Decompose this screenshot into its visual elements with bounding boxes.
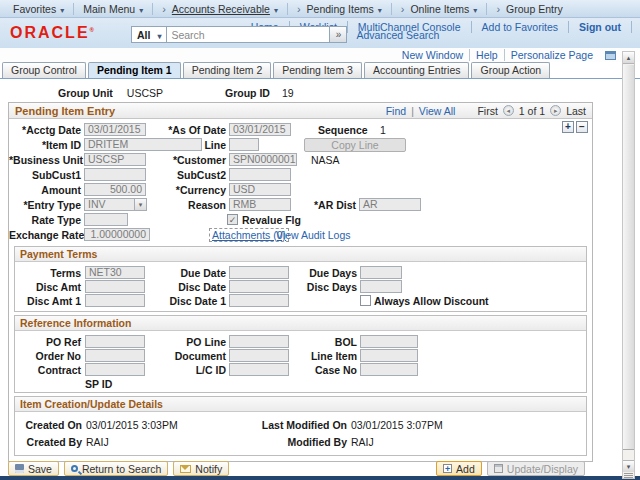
breadcrumb-separator-icon [496,3,502,15]
always-allow-discount-checkbox[interactable] [360,295,371,306]
row-order: Order No Document Line Item [15,349,586,363]
tab-group-action[interactable]: Group Action [471,62,550,78]
exchange-rate-field: 1.00000000 [84,228,150,241]
group-info-row: Group Unit USCSP Group ID 19 [0,79,640,102]
sequence-label: Sequence [318,124,360,137]
disc-amt-label: Disc Amt [15,281,81,294]
pending-item-entry-body: *Acctg Date 03/01/2015 *As Of Date 03/01… [9,119,592,461]
scrollbar-grip[interactable] [624,472,633,478]
update-display-icon [494,464,503,473]
search-scope-dropdown[interactable]: All [131,26,167,43]
rate-type-label: Rate Type [9,214,81,227]
disc-days-field [360,280,402,293]
sp-id-label: SP ID [85,378,145,391]
breadcrumb-accounts-receivable[interactable]: Accounts Receivable [153,3,288,15]
update-display-button: Update/Display [487,461,585,476]
sign-out-link[interactable]: Sign out [569,21,632,33]
next-row-icon[interactable] [550,105,561,116]
order-no-label: Order No [15,350,81,363]
personalize-page-link[interactable]: Personalize Page [505,49,599,61]
group-unit-label: Group Unit [58,87,113,99]
new-window-link[interactable]: New Window [396,49,470,61]
tab-pending-item-3[interactable]: Pending Item 3 [273,62,362,78]
breadcrumb-pending-items[interactable]: Pending Items [288,3,392,15]
tab-pending-item-2[interactable]: Pending Item 2 [183,62,272,78]
revalue-flg-checkbox [227,214,238,225]
created-by-value: RAIJ [86,436,109,449]
customer-field: SPN0000001 [229,153,297,166]
row-navigation: Find | View All First 1 of 1 Last [386,105,586,117]
scroll-down-icon[interactable] [623,460,634,472]
save-button[interactable]: Save [8,461,59,476]
business-unit-label: *Business Unit [9,154,81,167]
row-amount: Amount 500.00 *Currency USD [9,183,592,198]
breadcrumb-main-menu[interactable]: Main Menu [74,3,153,15]
search-go-button[interactable] [330,26,347,43]
row-business-unit: *Business Unit USCSP *Customer SPN000000… [9,153,592,168]
bottom-edge-bar [0,476,640,480]
first-label[interactable]: First [477,105,497,117]
row-disc1: Disc Amt 1 Disc Date 1 Always Allow Disc… [15,294,586,308]
row-contract: Contract L/C ID Case No [15,363,586,377]
group-unit-value: USCSP [127,87,163,99]
row-acctg-date: *Acctg Date 03/01/2015 *As Of Date 03/01… [9,123,592,138]
view-all-link[interactable]: View All [419,105,456,117]
revalue-flg-label: Revalue Flg [242,214,312,227]
previous-row-icon[interactable] [503,105,514,116]
magnifier-icon [71,465,78,472]
subcust2-label: SubCust2 [109,169,226,182]
add-to-favorites-link[interactable]: Add to Favorites [472,21,569,33]
bol-field [360,335,418,348]
row-item-id: *Item ID DRITEM Line Copy Line [9,138,592,153]
document-label: Document [130,350,226,363]
http-window-icon[interactable] [605,51,616,60]
customer-name: NASA [311,154,340,167]
bol-label: BOL [265,336,357,349]
scrollbar-thumb[interactable] [623,65,634,450]
customer-label: *Customer [109,154,226,167]
modified-by-label: Modified By [255,436,347,449]
scroll-up-icon[interactable] [623,52,634,64]
disc-amt-1-label: Disc Amt 1 [15,295,81,308]
po-line-label: PO Line [130,336,226,349]
find-link[interactable]: Find [386,105,406,117]
help-link[interactable]: Help [470,49,505,61]
breadcrumb-favorites[interactable]: Favorites [4,3,74,15]
vertical-scrollbar[interactable] [622,51,635,479]
contract-label: Contract [15,364,81,377]
peoplesoft-group-entry-page: Favorites Main Menu Accounts Receivable … [0,0,640,480]
save-disk-icon [15,464,24,473]
reference-information-title: Reference Information [15,316,586,331]
terms-label: Terms [15,267,81,280]
notify-button[interactable]: Notify [173,461,229,476]
po-ref-label: PO Ref [15,336,81,349]
breadcrumb-online-items[interactable]: Online Items [392,3,488,15]
page-bar: New Window Help Personalize Page [0,48,640,62]
add-button[interactable]: Add [436,461,482,476]
item-details-title: Item Creation/Update Details [15,397,586,412]
tab-accounting-entries[interactable]: Accounting Entries [364,62,470,78]
return-to-search-button[interactable]: Return to Search [64,461,168,476]
line-label: Line [109,139,226,152]
tab-group-control[interactable]: Group Control [2,62,86,78]
search-input[interactable] [167,26,330,43]
row-created-on: Created On 03/01/2015 3:03PM Last Modifi… [15,418,586,435]
row-created-by: Created By RAIJ Modified By RAIJ [15,435,586,452]
page-toolbar: Save Return to Search Notify Add Update/… [0,461,620,476]
advanced-search-link[interactable]: Advanced Search [356,29,439,41]
divider: | [411,105,414,117]
always-allow-discount-label: Always Allow Discount [374,295,494,308]
line-field [229,138,259,151]
group-id-value: 19 [282,87,294,99]
breadcrumb-group-entry: Group Entry [487,3,571,15]
payment-terms-title: Payment Terms [15,247,586,262]
pending-item-entry-box: Pending Item Entry Find | View All First… [8,102,593,462]
last-label[interactable]: Last [566,105,586,117]
pending-item-entry-header: Pending Item Entry Find | View All First… [9,103,592,119]
chevron-down-icon [378,3,382,15]
view-audit-logs-link[interactable]: View Audit Logs [276,229,351,241]
line-item-field [360,349,418,362]
breadcrumb-separator-icon [162,3,168,15]
row-sp-id: SP ID [15,377,586,389]
tab-pending-item-1[interactable]: Pending Item 1 [88,62,181,78]
